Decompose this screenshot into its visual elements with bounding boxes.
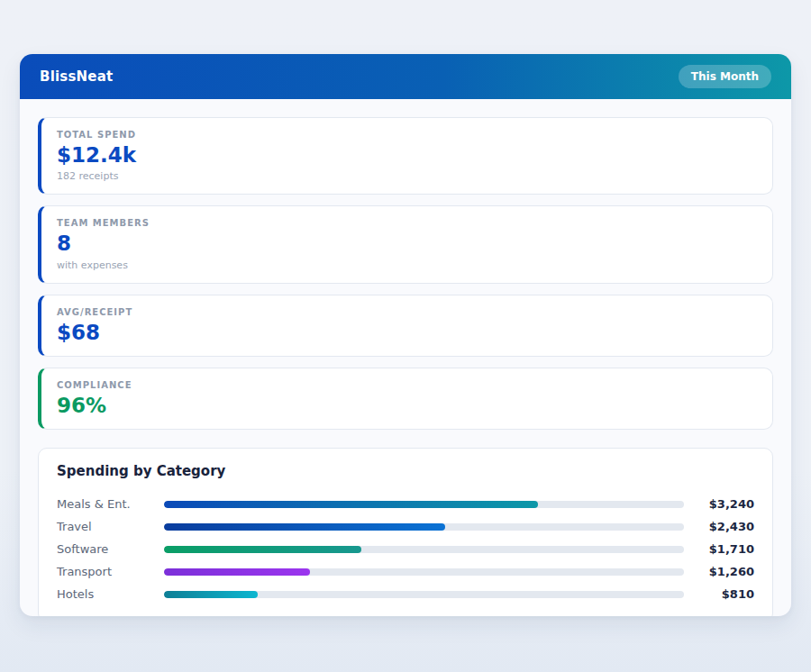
stat-card: TOTAL SPEND$12.4k182 receipts [38, 117, 773, 195]
category-value: $1,260 [684, 565, 754, 578]
category-label: Software [57, 542, 164, 556]
bar-track [164, 546, 684, 553]
stat-value: $68 [57, 322, 757, 344]
stat-card-list: TOTAL SPEND$12.4k182 receiptsTEAM MEMBER… [38, 117, 773, 430]
stat-label: AVG/RECEIPT [57, 307, 757, 317]
chart-row: Travel$2,430 [57, 515, 754, 538]
stat-sublabel: 182 receipts [57, 170, 757, 182]
period-badge[interactable]: This Month [679, 65, 771, 88]
bar-track [164, 568, 684, 576]
chart-row: Hotels$810 [57, 583, 754, 605]
panel-content: TOTAL SPEND$12.4k182 receiptsTEAM MEMBER… [20, 99, 791, 616]
stat-value: 8 [57, 232, 757, 255]
app-title: BlissNeat [40, 68, 113, 85]
chart-row: Transport$1,260 [57, 560, 754, 583]
category-label: Hotels [57, 587, 164, 601]
bar-fill [164, 501, 538, 508]
stat-card: COMPLIANCE96% [38, 368, 773, 430]
chart-row: Software$1,710 [57, 538, 754, 560]
bar-fill [164, 591, 258, 598]
bar-track [164, 523, 684, 531]
stat-label: COMPLIANCE [57, 380, 757, 390]
category-value: $2,430 [684, 520, 754, 533]
app-header: BlissNeat This Month [20, 54, 791, 99]
dashboard-panel: BlissNeat This Month TOTAL SPEND$12.4k18… [20, 54, 791, 616]
stat-label: TOTAL SPEND [57, 130, 757, 140]
bar-fill [164, 568, 310, 576]
stat-value: 96% [57, 395, 757, 417]
category-value: $3,240 [684, 497, 754, 511]
category-label: Transport [57, 565, 164, 578]
category-value: $810 [684, 587, 754, 601]
bar-track [164, 591, 684, 598]
chart-row-list: Meals & Ent.$3,240Travel$2,430Software$1… [57, 493, 754, 605]
category-label: Meals & Ent. [57, 497, 164, 511]
spending-chart-card: Spending by Category Meals & Ent.$3,240T… [38, 448, 773, 616]
stat-label: TEAM MEMBERS [57, 218, 757, 228]
bar-track [164, 501, 684, 508]
stat-card: TEAM MEMBERS8with expenses [38, 205, 773, 283]
stat-sublabel: with expenses [57, 259, 757, 271]
bar-fill [164, 523, 445, 531]
chart-row: Meals & Ent.$3,240 [57, 493, 754, 515]
bar-fill [164, 546, 361, 553]
stat-value: $12.4k [57, 144, 757, 167]
category-value: $1,710 [684, 542, 754, 556]
category-label: Travel [57, 520, 164, 533]
stat-card: AVG/RECEIPT$68 [38, 295, 773, 357]
chart-title: Spending by Category [57, 463, 754, 479]
